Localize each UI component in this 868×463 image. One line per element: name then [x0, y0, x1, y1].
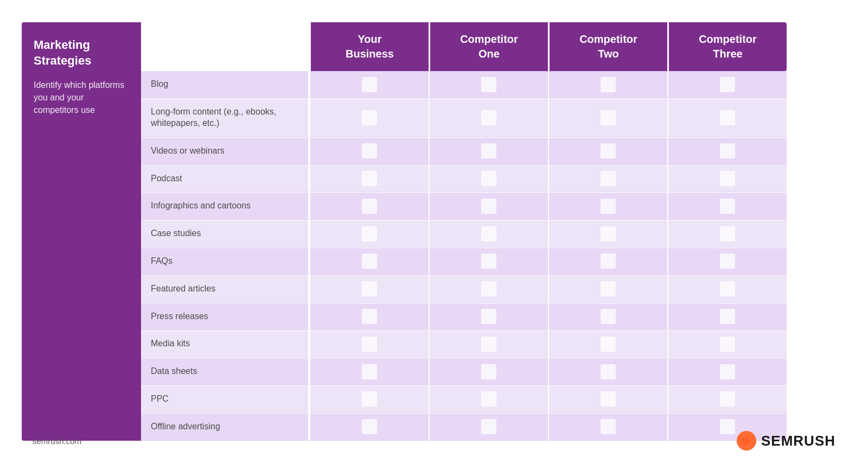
- data-cell: [429, 193, 548, 220]
- data-cell: [667, 331, 787, 358]
- page-wrapper: Marketing Strategies Identify which plat…: [22, 11, 846, 451]
- footer: semrush.com SEMRUSH: [33, 430, 835, 451]
- semrush-icon: [736, 430, 757, 451]
- main-grid: YourBusiness Competitor One Competitor T…: [141, 22, 846, 440]
- checkbox-square: [720, 364, 735, 379]
- checkbox-square: [720, 110, 735, 125]
- checkbox-square: [362, 253, 377, 269]
- table-row: Infographics and cartoons: [141, 193, 846, 220]
- checkbox-square: [601, 110, 616, 125]
- data-cell: [429, 331, 548, 358]
- row-label: Podcast: [141, 166, 309, 193]
- header-spacer: [141, 22, 309, 71]
- checkbox-square: [601, 253, 616, 269]
- row-label: Videos or webinars: [141, 138, 309, 165]
- table-row: Blog: [141, 71, 846, 99]
- sidebar-title: Marketing Strategies: [34, 37, 129, 68]
- checkbox-square: [720, 171, 735, 186]
- checkbox-square: [720, 281, 735, 296]
- checkbox-square: [481, 77, 496, 92]
- table-row: Long-form content (e.g., ebooks, whitepa…: [141, 99, 846, 138]
- row-label: Long-form content (e.g., ebooks, whitepa…: [141, 99, 309, 137]
- data-cell: [309, 193, 429, 220]
- data-cell: [309, 331, 429, 358]
- data-cell: [309, 386, 429, 413]
- data-cell: [548, 248, 667, 275]
- data-cell: [309, 99, 429, 137]
- checkbox-square: [601, 143, 616, 158]
- row-label: Case studies: [141, 220, 309, 248]
- row-label: Blog: [141, 71, 309, 98]
- checkbox-square: [720, 199, 735, 214]
- checkbox-square: [481, 364, 496, 379]
- checkbox-square: [481, 226, 496, 242]
- checkbox-square: [601, 337, 616, 352]
- checkbox-square: [601, 364, 616, 379]
- row-label: PPC: [141, 386, 309, 413]
- data-cell: [429, 99, 548, 137]
- data-cell: [309, 303, 429, 331]
- row-label: FAQs: [141, 248, 309, 275]
- row-label: Featured articles: [141, 276, 309, 303]
- checkbox-square: [362, 309, 377, 324]
- table-row: Podcast: [141, 166, 846, 193]
- checkbox-square: [720, 309, 735, 324]
- data-cell: [548, 358, 667, 385]
- checkbox-square: [481, 309, 496, 324]
- data-cell: [667, 303, 787, 331]
- checkbox-square: [362, 199, 377, 214]
- comparison-table: Marketing Strategies Identify which plat…: [22, 22, 846, 440]
- checkbox-square: [481, 253, 496, 269]
- header-your-business: YourBusiness: [309, 22, 429, 71]
- data-cell: [309, 71, 429, 98]
- table-row: Featured articles: [141, 276, 846, 303]
- data-cell: [548, 303, 667, 331]
- table-row: FAQs: [141, 248, 846, 276]
- data-cell: [309, 276, 429, 303]
- table-row: Data sheets: [141, 358, 846, 386]
- checkbox-square: [601, 199, 616, 214]
- checkbox-square: [720, 226, 735, 242]
- table-row: PPC: [141, 386, 846, 414]
- data-cell: [429, 358, 548, 385]
- checkbox-square: [362, 77, 377, 92]
- data-cell: [429, 166, 548, 193]
- row-label: Data sheets: [141, 358, 309, 385]
- data-cell: [429, 303, 548, 331]
- data-cell: [548, 276, 667, 303]
- header-competitor-three: Competitor Three: [667, 22, 787, 71]
- data-cell: [309, 166, 429, 193]
- header-competitor-two: Competitor Two: [548, 22, 667, 71]
- table-row: Videos or webinars: [141, 138, 846, 166]
- data-cell: [429, 248, 548, 275]
- data-cell: [429, 138, 548, 165]
- checkbox-square: [720, 253, 735, 269]
- checkbox-square: [720, 337, 735, 352]
- row-label: Media kits: [141, 331, 309, 358]
- data-cell: [309, 138, 429, 165]
- table-row: Press releases: [141, 303, 846, 331]
- data-cell: [667, 358, 787, 385]
- header-competitor-one: Competitor One: [429, 22, 548, 71]
- checkbox-square: [720, 391, 735, 407]
- data-cell: [667, 276, 787, 303]
- checkbox-square: [601, 281, 616, 296]
- data-rows: BlogLong-form content (e.g., ebooks, whi…: [141, 71, 846, 440]
- checkbox-square: [362, 364, 377, 379]
- data-cell: [548, 71, 667, 98]
- checkbox-square: [481, 110, 496, 125]
- data-cell: [667, 71, 787, 98]
- checkbox-square: [601, 226, 616, 242]
- checkbox-square: [601, 391, 616, 407]
- checkbox-square: [362, 171, 377, 186]
- data-cell: [667, 193, 787, 220]
- sidebar: Marketing Strategies Identify which plat…: [22, 22, 141, 440]
- data-cell: [309, 358, 429, 385]
- checkbox-square: [481, 281, 496, 296]
- data-cell: [429, 71, 548, 98]
- data-cell: [429, 220, 548, 248]
- data-cell: [548, 386, 667, 413]
- checkbox-square: [362, 337, 377, 352]
- checkbox-square: [362, 143, 377, 158]
- data-cell: [667, 166, 787, 193]
